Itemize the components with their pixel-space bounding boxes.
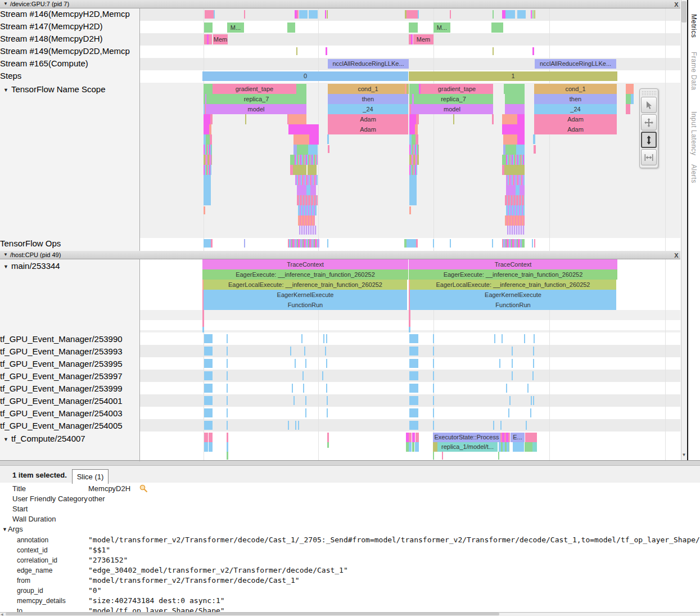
trace-slice-m-[interactable]: M... <box>433 23 450 33</box>
trace-slice[interactable] <box>534 239 535 248</box>
trace-slice[interactable] <box>310 185 316 195</box>
trace-slice[interactable] <box>322 371 323 380</box>
track-label-tf-gpu-event-manager-253990[interactable]: tf_GPU_Event_Manager/253990 <box>0 334 138 344</box>
trace-slice[interactable] <box>412 442 414 452</box>
trace-slice[interactable] <box>204 347 213 356</box>
timing-tool-button[interactable] <box>641 149 657 165</box>
trace-slice[interactable] <box>433 239 434 248</box>
trace-slice[interactable] <box>412 134 416 145</box>
trace-slice[interactable] <box>433 359 434 368</box>
collapse-triangle-icon[interactable]: ▼ <box>3 252 8 257</box>
trace-slice[interactable] <box>494 334 495 343</box>
sidebar-tab-alerts[interactable]: Alerts <box>690 164 698 183</box>
trace-slice[interactable] <box>308 165 317 175</box>
trace-slice[interactable] <box>409 442 412 452</box>
trace-slice[interactable] <box>204 421 213 430</box>
trace-slice[interactable] <box>409 408 418 417</box>
magnifier-icon[interactable] <box>139 484 148 495</box>
trace-slice[interactable] <box>405 104 407 114</box>
trace-slice[interactable] <box>409 124 415 134</box>
trace-slice[interactable] <box>290 347 291 356</box>
trace-slice[interactable] <box>516 185 520 195</box>
trace-slice[interactable] <box>328 145 329 153</box>
trace-slice[interactable] <box>407 84 409 94</box>
trace-slice[interactable] <box>409 310 410 327</box>
trace-slice-eagerexecute-inference-train-function-260252[interactable]: EagerExecute: __inference_train_function… <box>409 269 617 280</box>
trace-slice[interactable] <box>493 10 494 19</box>
track-label-tf-gpu-event-manager-253995[interactable]: tf_GPU_Event_Manager/253995 <box>0 359 138 368</box>
tool-palette[interactable] <box>639 88 658 168</box>
trace-slice[interactable] <box>204 124 209 134</box>
trace-slice[interactable] <box>245 114 246 124</box>
trace-slice[interactable] <box>506 384 507 393</box>
args-header[interactable]: ▼Args <box>2 525 23 533</box>
trace-slice[interactable] <box>506 175 525 185</box>
trace-slice[interactable] <box>306 185 310 195</box>
trace-slice[interactable] <box>227 384 228 393</box>
trace-slice-1[interactable]: 1 <box>409 71 617 81</box>
vertical-scrollbar[interactable] <box>681 0 687 461</box>
trace-slice[interactable] <box>517 10 526 19</box>
trace-slice-e-[interactable]: E... <box>511 433 525 442</box>
trace-slice[interactable] <box>532 10 534 19</box>
trace-slice[interactable] <box>502 334 503 343</box>
trace-slice[interactable] <box>409 359 418 368</box>
trace-slice[interactable] <box>433 442 437 452</box>
trace-slice-m-[interactable]: M... <box>227 23 244 33</box>
trace-slice[interactable] <box>204 334 213 343</box>
trace-slice[interactable] <box>327 134 329 144</box>
scroll-down-arrow-icon[interactable]: ▼ <box>681 452 687 457</box>
track-label-tf-gpu-event-manager-254001[interactable]: tf_GPU_Event_Manager/254001 <box>0 396 138 406</box>
palette-drag-handle[interactable] <box>642 91 656 96</box>
trace-slice[interactable] <box>415 442 419 452</box>
trace-slice-replica-1-model-t-[interactable]: replica_1/model/t... <box>437 442 498 452</box>
trace-slice[interactable] <box>506 205 525 215</box>
trace-slice[interactable] <box>297 195 318 205</box>
trace-slice[interactable] <box>409 114 416 124</box>
trace-slice[interactable] <box>288 421 289 430</box>
trace-slice[interactable] <box>517 134 525 145</box>
trace-slice-model[interactable]: model <box>206 104 306 114</box>
trace-slice[interactable] <box>505 104 525 114</box>
track-label-stream-149-memcpyd2d-memcp[interactable]: Stream #149(MemcpyD2D,Memcp <box>0 46 138 56</box>
collapse-triangle-icon[interactable]: ▼ <box>3 87 8 93</box>
sidebar-tab-metrics[interactable]: Metrics <box>690 14 698 38</box>
trace-slice[interactable] <box>293 134 309 145</box>
trace-slice[interactable] <box>512 359 513 368</box>
trace-slice[interactable] <box>211 239 213 248</box>
trace-slice[interactable] <box>520 185 525 195</box>
trace-slice[interactable] <box>295 175 318 185</box>
trace-slice[interactable] <box>512 371 513 380</box>
trace-slice[interactable] <box>327 442 329 448</box>
host-section-close-button[interactable]: X <box>673 252 680 259</box>
gpu-section-header[interactable]: ▼ /device:GPU:7 (pid 7) <box>0 0 680 8</box>
pan-tool-button[interactable] <box>641 114 657 131</box>
selection-tool-button[interactable] <box>641 97 657 113</box>
trace-slice[interactable] <box>204 442 208 452</box>
trace-slice[interactable] <box>204 408 213 417</box>
trace-slice[interactable] <box>409 421 418 430</box>
trace-slice[interactable] <box>326 359 327 368</box>
trace-slice[interactable] <box>531 10 532 19</box>
trace-slice[interactable] <box>450 239 451 248</box>
trace-slice-mem[interactable]: Mem <box>213 34 228 44</box>
trace-slice[interactable] <box>204 155 212 165</box>
trace-slice[interactable] <box>533 359 534 368</box>
trace-slice[interactable] <box>305 396 306 405</box>
trace-slice[interactable] <box>433 421 434 430</box>
trace-slice-tracecontext[interactable]: TraceContext <box>202 259 408 269</box>
trace-slice[interactable] <box>297 145 308 155</box>
track-label-tf-gpu-event-manager-253993[interactable]: tf_GPU_Event_Manager/253993 <box>0 347 138 356</box>
trace-slice[interactable] <box>505 145 516 155</box>
trace-slice[interactable] <box>409 433 412 442</box>
trace-slice[interactable] <box>288 114 306 124</box>
trace-slice[interactable] <box>295 155 318 165</box>
trace-slice[interactable] <box>209 433 213 442</box>
trace-slice[interactable] <box>433 452 434 460</box>
trace-slice[interactable] <box>626 84 634 94</box>
trace-slice[interactable] <box>503 134 517 145</box>
trace-slice[interactable] <box>409 175 417 205</box>
trace-slice[interactable] <box>209 34 212 44</box>
trace-slice[interactable] <box>499 359 500 368</box>
trace-slice[interactable] <box>327 408 328 417</box>
